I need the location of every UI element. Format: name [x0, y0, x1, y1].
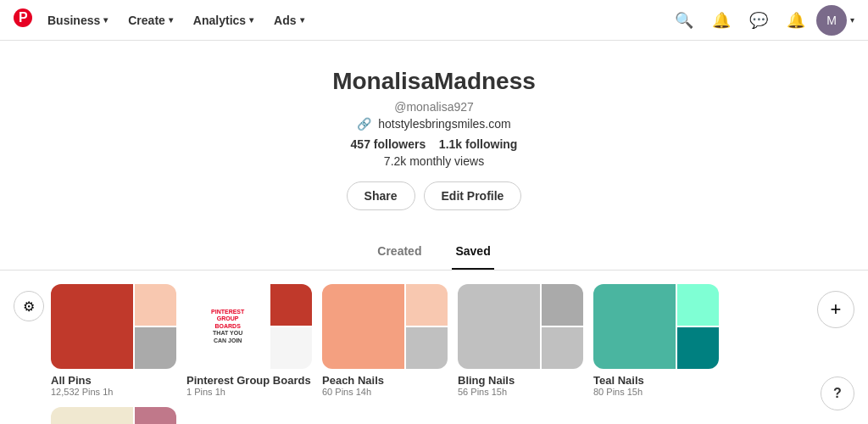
board-images [458, 284, 583, 369]
svg-text:P: P [19, 10, 28, 25]
board-card[interactable]: Peach Nails 60 Pins 14h [322, 284, 448, 397]
profile-views: 7.2k monthly views [14, 154, 854, 168]
chevron-down-icon: ▾ [249, 15, 253, 25]
profile-name: MonalisaMadness [14, 68, 854, 95]
edit-profile-button[interactable]: Edit Profile [424, 181, 522, 210]
board-card[interactable]: PINTERESTGROUPBOARDSTHAT YOUCAN JOIN Pin… [186, 284, 312, 397]
board-images [51, 284, 176, 369]
board-thumb-2 [542, 327, 583, 369]
board-meta: 80 Pins 15h [593, 387, 719, 397]
board-images [51, 407, 176, 424]
board-images: PINTERESTGROUPBOARDSTHAT YOUCAN JOIN [186, 284, 312, 369]
nav-business[interactable]: Business ▾ [39, 8, 116, 32]
profile-header: MonalisaMadness @monalisa927 🔗 hotstyles… [0, 41, 868, 234]
board-meta: 60 Pins 14h [322, 387, 448, 397]
profile-stats: 457 followers 1.1k following [14, 137, 854, 151]
board-thumb-1 [270, 284, 312, 326]
share-button[interactable]: Share [347, 181, 415, 210]
board-title: All Pins [51, 374, 176, 387]
avatar-expand-icon[interactable]: ▾ [850, 15, 854, 25]
boards-row1: All Pins 12,532 Pins 1h PINTERESTGROUPBO… [44, 284, 817, 424]
help-button[interactable]: ? [821, 377, 854, 410]
board-thumb-2 [406, 327, 448, 369]
nav-ads[interactable]: Ads ▾ [265, 8, 312, 32]
board-thumb-1 [135, 284, 176, 326]
messages-button[interactable]: 💬 [742, 3, 776, 37]
board-card[interactable]: Bling Nails 56 Pins 15h [458, 284, 583, 397]
chevron-down-icon: ▾ [169, 15, 173, 25]
board-thumb-1 [406, 284, 448, 326]
profile-website: 🔗 hotstylesbringsmiles.com [14, 117, 854, 131]
board-meta: 1 Pins 1h [186, 387, 312, 397]
board-meta: 12,532 Pins 1h [51, 387, 176, 397]
chevron-down-icon: ▾ [103, 15, 108, 25]
board-meta: 56 Pins 15h [458, 387, 583, 397]
notifications2-button[interactable]: 🔔 [779, 3, 813, 37]
boards-container: ⚙ All Pins 12,532 Pins 1h PINTERESTGROUP… [0, 277, 868, 424]
search-button[interactable]: 🔍 [667, 3, 701, 37]
board-main-image [593, 284, 676, 369]
board-thumb-2 [677, 327, 719, 369]
tab-created[interactable]: Created [374, 234, 425, 270]
filter-button[interactable]: ⚙ [14, 291, 44, 321]
board-title: Pinterest Group Boards [186, 374, 312, 387]
add-board-button[interactable]: + [817, 291, 854, 328]
avatar[interactable]: M [816, 5, 847, 36]
board-images [322, 284, 448, 369]
pinterest-logo[interactable]: P [14, 8, 32, 32]
board-main-image [322, 284, 404, 369]
profile-tabs: Created Saved [0, 234, 868, 271]
board-card[interactable]: Teal Nails 80 Pins 15h [593, 284, 719, 397]
board-thumb-1 [677, 284, 719, 326]
nav-right: 🔍 🔔 💬 🔔 M ▾ [667, 3, 854, 37]
board-main-image [458, 284, 540, 369]
board-thumb-1 [135, 407, 176, 424]
notifications-button[interactable]: 🔔 [704, 3, 738, 37]
board-main-image [51, 407, 133, 424]
board-thumb-2 [270, 327, 312, 369]
nav-create[interactable]: Create ▾ [120, 8, 181, 32]
board-thumb-1 [542, 284, 583, 326]
tab-saved[interactable]: Saved [452, 234, 493, 270]
board-main-image [51, 284, 133, 369]
board-card[interactable]: All Pins 12,532 Pins 1h [51, 284, 176, 397]
profile-actions: Share Edit Profile [14, 181, 854, 210]
board-card[interactable]: Nail Polish 48 Pins 19h [51, 407, 176, 424]
board-images [593, 284, 719, 369]
chevron-down-icon: ▾ [300, 15, 304, 25]
main-nav: P Business ▾ Create ▾ Analytics ▾ Ads ▾ … [0, 0, 868, 41]
board-title: Bling Nails [458, 374, 583, 387]
board-main-image: PINTERESTGROUPBOARDSTHAT YOUCAN JOIN [186, 284, 269, 369]
board-title: Peach Nails [322, 374, 448, 387]
profile-username: @monalisa927 [14, 100, 854, 114]
nav-analytics[interactable]: Analytics ▾ [185, 8, 262, 32]
nav-items: Business ▾ Create ▾ Analytics ▾ Ads ▾ [39, 8, 667, 32]
board-thumb-2 [135, 327, 176, 369]
board-title: Teal Nails [593, 374, 719, 387]
